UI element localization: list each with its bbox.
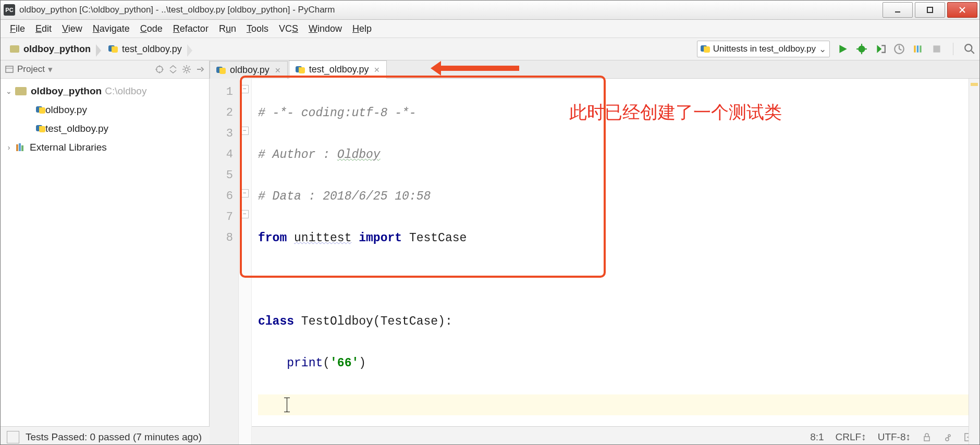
title-bar: PC oldboy_python [C:\oldboy_python] - ..… bbox=[1, 1, 979, 20]
profile-button[interactable] bbox=[893, 43, 905, 55]
svg-line-32 bbox=[183, 66, 185, 68]
debug-button[interactable] bbox=[856, 43, 867, 55]
line-number: 4 bbox=[210, 144, 233, 165]
svg-rect-38 bbox=[19, 143, 21, 151]
folder-icon bbox=[10, 45, 19, 53]
menu-vcs[interactable]: VCS bbox=[274, 21, 303, 36]
python-file-icon bbox=[216, 66, 226, 75]
close-button[interactable] bbox=[947, 2, 977, 18]
python-icon bbox=[701, 44, 710, 54]
svg-line-19 bbox=[971, 51, 974, 54]
svg-line-35 bbox=[183, 71, 185, 73]
svg-line-13 bbox=[899, 49, 901, 50]
line-number: 2 bbox=[210, 103, 233, 123]
code-comment: # Data : 2018/6/25 10:58 bbox=[258, 190, 431, 203]
code-area: 1 2 3 4 5 6 7 8 − − − − # -*- coding:utf… bbox=[210, 79, 979, 445]
svg-rect-37 bbox=[16, 144, 18, 151]
svg-rect-15 bbox=[917, 45, 918, 52]
navigation-bar: oldboy_python test_oldboy.py Unittests i… bbox=[1, 38, 979, 60]
menu-window[interactable]: Window bbox=[303, 21, 347, 36]
target-icon[interactable] bbox=[155, 65, 164, 74]
folder-icon bbox=[15, 87, 27, 95]
tab-label: oldboy.py bbox=[230, 65, 270, 76]
code-comment: # Author : Oldboy bbox=[258, 148, 381, 162]
fold-marker[interactable]: − bbox=[240, 189, 249, 197]
menu-navigate[interactable]: Navigate bbox=[88, 21, 135, 36]
svg-line-34 bbox=[189, 66, 190, 68]
status-tool-icon[interactable] bbox=[7, 431, 19, 443]
tree-file-label: oldboy.py bbox=[45, 101, 87, 119]
line-number: 1 bbox=[210, 82, 233, 103]
line-number: 5 bbox=[210, 165, 233, 186]
minimize-button[interactable] bbox=[883, 2, 913, 18]
menu-view[interactable]: View bbox=[57, 21, 88, 36]
menu-bar: File Edit View Navigate Code Refactor Ru… bbox=[1, 20, 979, 38]
svg-rect-14 bbox=[914, 45, 915, 52]
gear-icon[interactable] bbox=[182, 65, 191, 74]
project-tool-header[interactable]: Project ▾ bbox=[1, 60, 209, 79]
fold-marker[interactable]: − bbox=[240, 210, 249, 218]
hide-icon[interactable] bbox=[195, 65, 205, 74]
svg-point-27 bbox=[185, 68, 188, 71]
collapse-icon[interactable] bbox=[168, 65, 178, 74]
line-gutter[interactable]: 1 2 3 4 5 6 7 8 bbox=[210, 79, 239, 445]
tree-root-path: C:\oldboy bbox=[105, 82, 146, 101]
pycharm-icon: PC bbox=[4, 4, 15, 16]
breadcrumb-root-label: oldboy_python bbox=[23, 44, 91, 55]
editor-tabs: oldboy.py ✕ test_oldboy.py ✕ bbox=[210, 60, 979, 79]
menu-help[interactable]: Help bbox=[347, 21, 377, 36]
close-icon[interactable]: ✕ bbox=[374, 66, 380, 74]
warning-marker[interactable] bbox=[971, 83, 978, 86]
run-config-dropdown[interactable]: Unittests in test_oldboy.py ⌄ bbox=[697, 41, 830, 57]
search-button[interactable] bbox=[964, 43, 975, 55]
project-tree[interactable]: ⌄ oldboy_python C:\oldboy oldboy.py test… bbox=[1, 79, 209, 160]
tree-file[interactable]: test_oldboy.py bbox=[1, 119, 209, 138]
tree-external[interactable]: › External Libraries bbox=[1, 138, 209, 157]
concurrency-button[interactable] bbox=[912, 43, 924, 55]
menu-code[interactable]: Code bbox=[135, 21, 168, 36]
tree-file[interactable]: oldboy.py bbox=[1, 101, 209, 119]
tab-label: test_oldboy.py bbox=[309, 64, 369, 75]
line-number: 7 bbox=[210, 207, 233, 228]
fold-strip[interactable]: − − − − bbox=[239, 79, 252, 445]
tree-expand-icon[interactable]: › bbox=[5, 138, 13, 157]
libraries-icon bbox=[15, 142, 26, 153]
tab-test-oldboy[interactable]: test_oldboy.py ✕ bbox=[289, 60, 387, 79]
breadcrumb-root[interactable]: oldboy_python bbox=[5, 43, 97, 56]
menu-run[interactable]: Run bbox=[214, 21, 241, 36]
window-controls bbox=[883, 2, 979, 18]
menu-tools[interactable]: Tools bbox=[241, 21, 274, 36]
menu-file[interactable]: File bbox=[5, 21, 30, 36]
stop-button[interactable] bbox=[931, 43, 942, 55]
main-area: Project ▾ ⌄ oldboy_python C:\oldboy bbox=[1, 60, 979, 426]
tree-expand-icon[interactable]: ⌄ bbox=[5, 82, 13, 101]
tree-root[interactable]: ⌄ oldboy_python C:\oldboy bbox=[1, 82, 209, 101]
tab-oldboy[interactable]: oldboy.py ✕ bbox=[210, 61, 288, 79]
tree-file-label: test_oldboy.py bbox=[45, 119, 108, 138]
line-number: 8 bbox=[210, 228, 233, 249]
menu-refactor[interactable]: Refactor bbox=[168, 21, 214, 36]
code-text[interactable]: # -*- coding:utf-8 -*- # Author : Oldboy… bbox=[252, 79, 969, 445]
project-sidebar: Project ▾ ⌄ oldboy_python C:\oldboy bbox=[1, 60, 210, 426]
fold-marker[interactable]: − bbox=[240, 85, 249, 93]
tree-external-label: External Libraries bbox=[30, 138, 107, 157]
status-message: Tests Passed: 0 passed (7 minutes ago) bbox=[26, 431, 202, 443]
close-icon[interactable]: ✕ bbox=[275, 66, 281, 75]
text-caret bbox=[287, 398, 287, 412]
svg-rect-1 bbox=[927, 7, 933, 13]
maximize-button[interactable] bbox=[915, 2, 945, 18]
fold-marker[interactable]: − bbox=[240, 127, 249, 135]
breadcrumb-file[interactable]: test_oldboy.py bbox=[103, 43, 188, 56]
run-button[interactable] bbox=[837, 43, 849, 55]
project-label: Project bbox=[17, 64, 45, 75]
run-toolbar bbox=[837, 43, 975, 55]
python-file-icon bbox=[36, 124, 45, 133]
coverage-button[interactable] bbox=[875, 43, 886, 55]
svg-point-18 bbox=[965, 44, 972, 51]
editor-scrollbar[interactable] bbox=[969, 79, 979, 445]
editor-area: oldboy.py ✕ test_oldboy.py ✕ 1 2 3 4 5 6 bbox=[210, 60, 979, 426]
svg-rect-39 bbox=[21, 145, 23, 151]
menu-edit[interactable]: Edit bbox=[30, 21, 57, 36]
svg-rect-16 bbox=[920, 45, 921, 52]
svg-point-5 bbox=[858, 45, 865, 52]
